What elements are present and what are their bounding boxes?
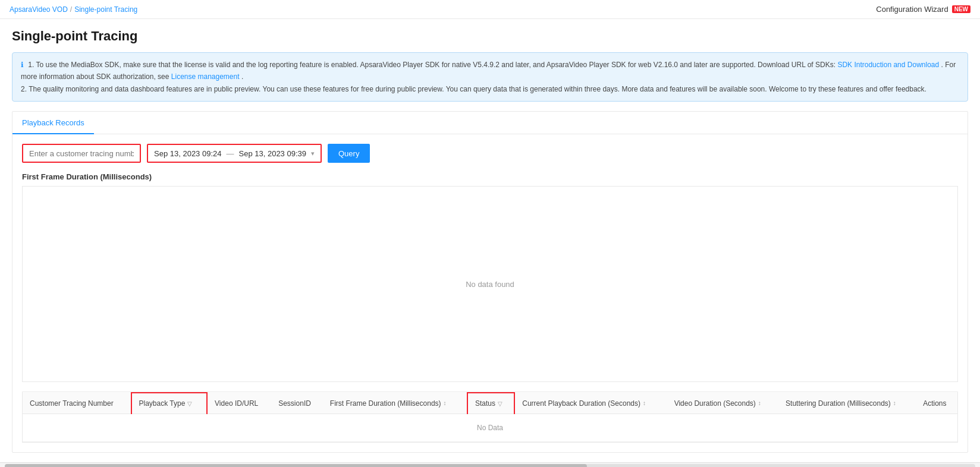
page-wrapper: ApsaraVideo VOD / Single-point Tracing C… bbox=[0, 0, 980, 467]
tab-playback-records-label: Playback Records bbox=[22, 118, 84, 127]
table-header-row: Customer Tracing Number Playback Type ▽ bbox=[23, 393, 957, 414]
col-video-duration: Video Duration (Seconds) ↕ bbox=[667, 393, 778, 414]
col-header-inner-vd: Video Duration (Seconds) ↕ bbox=[674, 399, 771, 408]
info-text-1: 1. To use the MediaBox SDK, make sure th… bbox=[28, 61, 835, 69]
license-link[interactable]: License management bbox=[171, 72, 240, 81]
sort-icon-vd[interactable]: ↕ bbox=[758, 400, 761, 406]
filter-icon-playback[interactable]: ▽ bbox=[187, 400, 192, 407]
col-header-inner-ffd: First Frame Duration (Milliseconds) ↕ bbox=[330, 399, 460, 408]
col-status: Status ▽ bbox=[467, 393, 514, 414]
table-no-data-row: No Data bbox=[23, 414, 957, 442]
scrollbar-area[interactable] bbox=[0, 462, 980, 467]
sdk-link[interactable]: SDK Introduction and Download bbox=[837, 61, 939, 69]
info-text-1-end: . bbox=[241, 72, 243, 81]
data-table: Customer Tracing Number Playback Type ▽ bbox=[23, 392, 957, 442]
main-content: Single-point Tracing ℹ 1. To use the Med… bbox=[0, 19, 980, 462]
col-current-playback-duration: Current Playback Duration (Seconds) ↕ bbox=[514, 393, 667, 414]
config-wizard-button[interactable]: Configuration Wizard NEW bbox=[876, 5, 970, 14]
col-label-sd: Stuttering Duration (Milliseconds) bbox=[786, 399, 891, 408]
chart-area: No data found bbox=[22, 186, 958, 382]
sort-icon-ffd[interactable]: ↕ bbox=[444, 400, 447, 406]
col-header-inner-playback: Playback Type ▽ bbox=[139, 399, 200, 408]
breadcrumb-current: Single-point Tracing bbox=[74, 5, 137, 14]
new-badge: NEW bbox=[952, 5, 970, 13]
chart-no-data: No data found bbox=[466, 280, 514, 289]
tab-playback-records[interactable]: Playback Records bbox=[12, 112, 94, 134]
col-header-inner-session: SessionID bbox=[278, 399, 316, 408]
date-separator: — bbox=[227, 149, 234, 158]
col-label-customer-tracing: Customer Tracing Number bbox=[30, 399, 114, 408]
col-customer-tracing-number: Customer Tracing Number bbox=[23, 393, 131, 414]
info-line-1: ℹ 1. To use the MediaBox SDK, make sure … bbox=[21, 59, 959, 83]
col-header-inner-sd: Stuttering Duration (Milliseconds) ↕ bbox=[786, 399, 909, 408]
query-button[interactable]: Query bbox=[328, 144, 370, 163]
col-header-inner-status: Status ▽ bbox=[475, 399, 507, 408]
scrollbar-track bbox=[5, 464, 975, 467]
col-video-id-url: Video ID/URL bbox=[207, 393, 271, 414]
col-label-playback-type: Playback Type bbox=[139, 399, 186, 408]
chart-title: First Frame Duration (Milliseconds) bbox=[22, 172, 958, 181]
info-text-2: 2. The quality monitoring and data dashb… bbox=[21, 85, 926, 93]
page-title: Single-point Tracing bbox=[12, 29, 968, 44]
breadcrumb-separator: / bbox=[70, 5, 72, 14]
col-label-cpd: Current Playback Duration (Seconds) bbox=[522, 399, 640, 408]
col-label-ffd: First Frame Duration (Milliseconds) bbox=[330, 399, 441, 408]
col-label-session-id: SessionID bbox=[278, 399, 311, 408]
chart-section: First Frame Duration (Milliseconds) No d… bbox=[22, 172, 958, 382]
col-playback-type: Playback Type ▽ bbox=[131, 393, 208, 414]
col-header-inner-cpd: Current Playback Duration (Seconds) ↕ bbox=[522, 399, 659, 408]
col-label-vd: Video Duration (Seconds) bbox=[674, 399, 756, 408]
breadcrumb-parent-link[interactable]: ApsaraVideo VOD bbox=[10, 5, 68, 14]
col-label-status: Status bbox=[475, 399, 495, 408]
info-line-2: 2. The quality monitoring and data dashb… bbox=[21, 83, 959, 95]
date-range-picker[interactable]: Sep 13, 2023 09:24 — Sep 13, 2023 09:39 … bbox=[147, 144, 322, 163]
config-wizard-label: Configuration Wizard bbox=[876, 5, 948, 14]
col-label-video-id: Video ID/URL bbox=[215, 399, 258, 408]
sort-icon-cpd[interactable]: ↕ bbox=[643, 400, 646, 406]
col-header-inner-actions: Actions bbox=[923, 399, 950, 408]
tab-content: Sep 13, 2023 09:24 — Sep 13, 2023 09:39 … bbox=[12, 134, 968, 452]
col-header-inner-video: Video ID/URL bbox=[215, 399, 264, 408]
info-banner: ℹ 1. To use the MediaBox SDK, make sure … bbox=[12, 52, 968, 102]
col-header-inner: Customer Tracing Number bbox=[30, 399, 124, 408]
table-no-data-cell: No Data bbox=[23, 414, 957, 442]
sort-icon-sd[interactable]: ↕ bbox=[893, 400, 896, 406]
chevron-down-icon: ▾ bbox=[311, 150, 315, 157]
col-stuttering-duration: Stuttering Duration (Milliseconds) ↕ bbox=[778, 393, 916, 414]
breadcrumb: ApsaraVideo VOD / Single-point Tracing bbox=[10, 5, 137, 14]
col-first-frame-duration: First Frame Duration (Milliseconds) ↕ bbox=[323, 393, 467, 414]
breadcrumb-bar: ApsaraVideo VOD / Single-point Tracing C… bbox=[0, 0, 980, 19]
tab-header: Playback Records bbox=[12, 112, 968, 134]
col-session-id: SessionID bbox=[271, 393, 323, 414]
filter-icon-status[interactable]: ▽ bbox=[498, 400, 502, 407]
filter-row: Sep 13, 2023 09:24 — Sep 13, 2023 09:39 … bbox=[22, 144, 958, 163]
date-end: Sep 13, 2023 09:39 bbox=[239, 149, 307, 158]
date-start: Sep 13, 2023 09:24 bbox=[154, 149, 222, 158]
info-icon: ℹ bbox=[21, 61, 24, 69]
tracing-number-input[interactable] bbox=[22, 144, 141, 163]
col-label-actions: Actions bbox=[923, 399, 946, 408]
table-section: Customer Tracing Number Playback Type ▽ bbox=[22, 392, 958, 443]
col-actions: Actions bbox=[916, 393, 957, 414]
scrollbar-thumb bbox=[5, 464, 587, 467]
tab-section: Playback Records Sep 13, 2023 09:24 — Se… bbox=[12, 111, 968, 453]
